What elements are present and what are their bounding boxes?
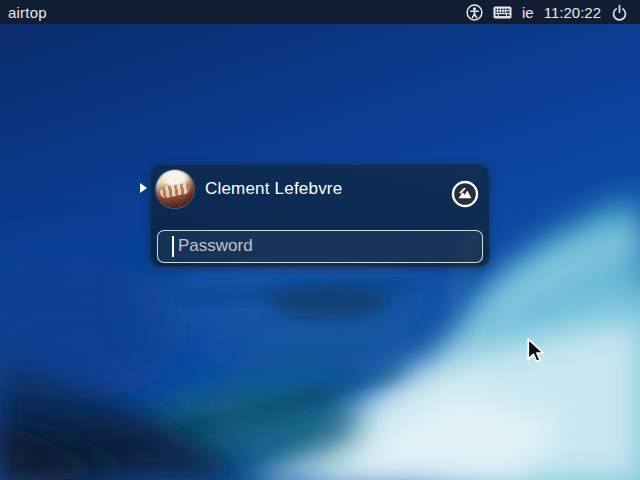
text-caret <box>172 236 174 257</box>
user-entry[interactable]: Clement Lefebvre <box>150 164 490 220</box>
password-input[interactable] <box>157 230 483 263</box>
session-badge-icon[interactable] <box>451 180 479 208</box>
login-box: Clement Lefebvre <box>150 164 490 267</box>
right-arrow-icon <box>140 183 147 193</box>
password-field-wrap <box>157 230 483 263</box>
top-panel: airtop <box>0 0 640 24</box>
indicator-tray: ie 11:20:22 <box>466 4 628 21</box>
universal-access-icon[interactable] <box>466 4 483 21</box>
login-screen: airtop <box>0 0 640 480</box>
arrow-pointer-icon <box>527 338 545 363</box>
power-icon[interactable] <box>611 4 628 21</box>
keyboard-icon[interactable] <box>493 6 512 19</box>
avatar <box>156 170 194 208</box>
username-label: Clement Lefebvre <box>205 179 342 199</box>
keyboard-layout-indicator[interactable]: ie <box>522 4 534 21</box>
hostname-label: airtop <box>8 4 47 21</box>
clock: 11:20:22 <box>544 4 601 21</box>
